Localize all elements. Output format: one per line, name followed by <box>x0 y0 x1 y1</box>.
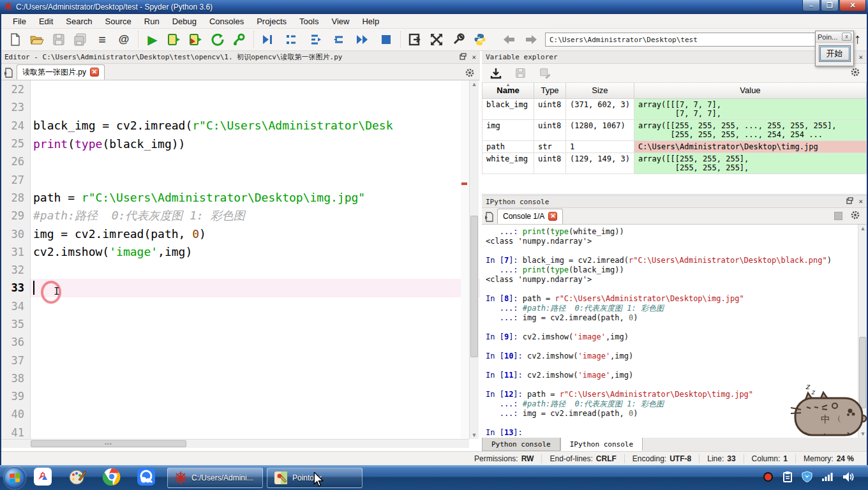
import-data-icon[interactable] <box>488 66 504 81</box>
taskbar-task-spyder[interactable]: C:/Users/Admini... <box>167 468 263 488</box>
editor-line-38[interactable]: 38 <box>1 369 480 387</box>
menu-consoles[interactable]: Consoles <box>203 15 250 28</box>
editor-tab-close-icon[interactable]: ✕ <box>90 68 99 77</box>
run-icon[interactable]: ▶ <box>145 32 160 47</box>
save-all-icon[interactable] <box>73 32 88 47</box>
preferences-icon[interactable] <box>451 32 466 47</box>
stop-debug-icon[interactable] <box>378 32 394 47</box>
working-directory-input[interactable]: C:\Users\Administrator\Desktop\test <box>545 33 834 47</box>
continue-icon[interactable] <box>355 32 370 47</box>
menu-projects[interactable]: Projects <box>250 15 293 28</box>
console-tab-close-icon[interactable]: ✕ <box>548 212 557 221</box>
editor-line-34[interactable]: 34 <box>1 297 480 315</box>
column-header-name[interactable]: Name▲ <box>483 83 534 98</box>
open-file-icon[interactable] <box>29 32 45 47</box>
undock-icon[interactable] <box>460 53 467 62</box>
menu-edit[interactable]: Edit <box>33 15 59 28</box>
editor-line-27[interactable]: 27 <box>1 170 480 188</box>
console-browse-tabs-icon[interactable] <box>482 210 497 224</box>
security-shield-tray-icon[interactable] <box>802 471 812 484</box>
variable-table[interactable]: Name▲TypeSizeValueblack_imguint8(371, 60… <box>482 83 867 195</box>
variable-row-white_img[interactable]: white_imguint8(129, 149, 3)array([[[255,… <box>483 152 867 174</box>
menu-view[interactable]: View <box>325 15 355 28</box>
editor-line-37[interactable]: 37 <box>1 351 480 369</box>
pointofix-window[interactable]: Poin... x 开始 <box>815 31 854 66</box>
variable-row-path[interactable]: pathstr1C:\Users\Administrator\Desktop\t… <box>483 140 867 152</box>
menu-source[interactable]: Source <box>99 15 138 28</box>
editor-options-gear-icon[interactable] <box>465 68 480 80</box>
editor-line-32[interactable]: 32 <box>1 261 480 279</box>
run-cell-icon[interactable] <box>167 32 182 47</box>
menu-debug[interactable]: Debug <box>166 15 203 28</box>
python-path-icon[interactable] <box>472 32 488 47</box>
menu-search[interactable]: Search <box>59 15 98 28</box>
minimize-button[interactable]: – <box>802 0 820 11</box>
editor-line-41[interactable]: 41 <box>1 424 480 439</box>
menu-tools[interactable]: Tools <box>293 15 325 28</box>
editor-line-36[interactable]: 36 <box>1 333 480 351</box>
run-settings-icon[interactable] <box>232 32 247 47</box>
editor-line-22[interactable]: 22 <box>1 80 480 98</box>
close-button[interactable]: ✕ <box>839 0 866 11</box>
maximize-pane-icon[interactable] <box>429 32 444 47</box>
console-undock-icon[interactable] <box>846 197 853 206</box>
variable-row-img[interactable]: imguint8(1280, 1067)array([[255, 255, 25… <box>483 119 867 140</box>
editor-line-23[interactable]: 23 <box>1 98 480 116</box>
console-options-gear-icon[interactable] <box>850 210 860 222</box>
editor-line-25[interactable]: 25print(type(black_img)) <box>1 135 480 152</box>
editor-line-30[interactable]: 30img = cv2.imread(path, 0) <box>1 225 480 242</box>
rerun-cell-icon[interactable] <box>210 32 225 47</box>
browse-tabs-icon[interactable] <box>1 66 17 80</box>
save-data-icon[interactable] <box>513 66 528 81</box>
volume-tray-icon[interactable] <box>842 471 854 484</box>
editor-vscroll-thumb[interactable] <box>470 216 478 357</box>
quark-browser-icon[interactable] <box>137 467 156 488</box>
editor-vertical-scrollbar[interactable]: ▲ ▼ <box>469 80 479 439</box>
chrome-icon[interactable] <box>102 467 121 488</box>
new-window-icon[interactable] <box>407 32 423 47</box>
menu-run[interactable]: Run <box>138 15 166 28</box>
menu-file[interactable]: File <box>6 15 33 28</box>
variable-row-black_img[interactable]: black_imguint8(371, 602, 3)array([[[7, 7… <box>483 98 867 119</box>
pointofix-arrow-icon[interactable]: ↑ <box>854 31 861 47</box>
start-button[interactable] <box>4 467 26 489</box>
bottom-tab-python-console[interactable]: Python console <box>482 438 560 451</box>
close-pane-icon[interactable]: ✕ <box>472 53 476 62</box>
save-data-as-icon[interactable] <box>537 66 552 81</box>
console-close-icon[interactable]: ✕ <box>858 197 863 206</box>
step-into-icon[interactable] <box>308 32 323 47</box>
pointofix-start-button[interactable]: 开始 <box>819 45 851 62</box>
new-file-icon[interactable] <box>8 32 23 47</box>
console-tab[interactable]: Console 1/A ✕ <box>497 209 563 224</box>
column-header-type[interactable]: Type <box>534 83 566 98</box>
varexplorer-options-gear-icon[interactable] <box>850 67 867 79</box>
editor-line-24[interactable]: 24black_img = cv2.imread(r"C:\Users\Admi… <box>1 117 480 135</box>
run-cell-advance-icon[interactable] <box>188 32 204 47</box>
menu-help[interactable]: Help <box>355 15 385 28</box>
editor-line-28[interactable]: 28path = r"C:\Users\Administrator\Deskto… <box>1 189 480 207</box>
remote-app-icon[interactable] <box>33 467 52 488</box>
back-icon[interactable] <box>502 32 517 47</box>
editor-tab[interactable]: 读取第一张图片.py ✕ <box>17 64 105 80</box>
clipboard-tray-icon[interactable] <box>782 471 793 484</box>
varexplorer-close-icon[interactable]: ✕ <box>858 53 863 62</box>
interrupt-kernel-icon[interactable] <box>834 212 842 220</box>
editor-line-29[interactable]: 29#path:路径 0:代表灰度图 1: 彩色图 <box>1 207 480 225</box>
window-titlebar[interactable]: C:/Users/Administrator/Desktop/test - Sp… <box>0 0 868 14</box>
editor-code-area[interactable]: 222324black_img = cv2.imread(r"C:\Users\… <box>1 80 480 439</box>
paint-app-icon[interactable] <box>68 467 87 488</box>
column-header-value[interactable]: Value <box>634 83 866 98</box>
symbol-finder-icon[interactable]: @ <box>116 32 131 47</box>
pointofix-close-icon[interactable]: x <box>842 33 851 41</box>
debug-icon[interactable] <box>260 32 276 47</box>
editor-line-33[interactable]: 33 <box>1 279 480 297</box>
editor-horizontal-scrollbar[interactable]: ▪▪▪ <box>1 439 469 448</box>
outline-icon[interactable]: ≡ <box>94 32 110 47</box>
step-return-icon[interactable] <box>331 32 347 47</box>
column-header-size[interactable]: Size <box>566 83 634 98</box>
save-icon[interactable] <box>51 32 66 47</box>
bottom-tab-ipython-console[interactable]: IPython console <box>560 438 643 451</box>
debug-step-icon[interactable] <box>284 32 299 47</box>
editor-line-40[interactable]: 40 <box>1 405 480 423</box>
network-tray-icon[interactable] <box>821 471 833 484</box>
